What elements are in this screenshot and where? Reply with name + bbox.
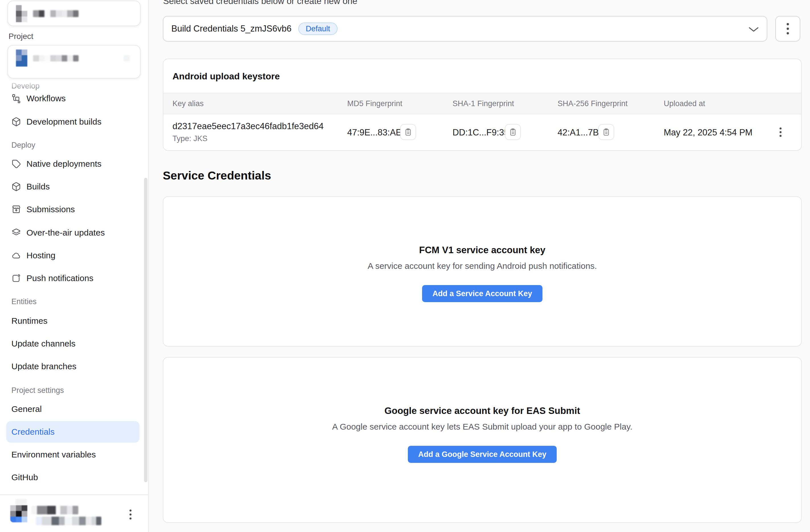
sidebar-item-label: Environment variables <box>11 443 96 466</box>
sidebar-item-label: Development builds <box>27 111 101 133</box>
redacted-project-name <box>33 55 79 62</box>
sidebar-scrollbar-thumb[interactable] <box>144 178 147 482</box>
redacted-account-name <box>33 10 79 17</box>
sidebar-item-label: Workflows <box>27 87 66 110</box>
sidebar-item-development-builds[interactable]: Development builds <box>0 111 149 133</box>
key-type-value: Type: JKS <box>173 134 208 143</box>
md5-value: 47:9E...83:AE <box>347 128 402 138</box>
fcm-service-account-card: FCM V1 service account key A service acc… <box>163 196 802 347</box>
sidebar-item-update-channels[interactable]: Update channels <box>0 332 149 355</box>
copy-sha256-button[interactable] <box>598 124 614 140</box>
account-selector[interactable] <box>7 1 141 26</box>
redacted-project-action <box>124 55 130 62</box>
redacted-user-name <box>31 506 78 514</box>
sidebar-item-update-branches[interactable]: Update branches <box>0 355 149 378</box>
main-content: Select saved credentials below or create… <box>149 0 810 532</box>
google-service-account-card: Google service account key for EAS Submi… <box>163 357 802 523</box>
sidebar-item-credentials[interactable]: Credentials <box>0 420 149 443</box>
sidebar-item-label: General <box>11 398 42 420</box>
keystore-table-row: d2317eae5eec17a3ec46fadb1fe3ed64 Type: J… <box>163 114 801 151</box>
credential-select-value: Build Credentials 5_zmJS6vb6 <box>171 23 291 34</box>
sidebar-user-footer <box>0 495 148 532</box>
column-uploaded-at: Uploaded at <box>664 93 705 114</box>
kebab-icon <box>787 23 789 34</box>
sidebar-item-push-notifications[interactable]: Push notifications <box>0 267 149 289</box>
fcm-card-title: FCM V1 service account key <box>163 245 801 255</box>
copy-sha1-button[interactable] <box>505 124 521 140</box>
sidebar-item-label: GitHub <box>11 466 38 489</box>
cloud-icon <box>11 251 21 260</box>
workflow-icon <box>11 94 21 103</box>
tag-icon <box>11 159 21 169</box>
sidebar-item-hosting[interactable]: Hosting <box>0 244 149 267</box>
layers-icon <box>11 228 21 237</box>
add-service-account-key-button[interactable]: Add a Service Account Key <box>422 285 542 302</box>
sidebar-item-label: Builds <box>27 175 50 198</box>
intro-text: Select saved credentials below or create… <box>163 0 357 6</box>
project-label: Project <box>9 32 33 41</box>
sidebar-item-label: Update branches <box>11 355 77 378</box>
sidebar-item-label: Push notifications <box>27 267 93 289</box>
copy-md5-button[interactable] <box>400 124 416 140</box>
sidebar-item-workflows[interactable]: Workflows <box>0 87 149 110</box>
keystore-row-kebab-button[interactable] <box>775 124 786 140</box>
sidebar-item-label: Native deployments <box>27 152 101 175</box>
redacted-user-email <box>36 517 101 525</box>
sidebar-item-builds[interactable]: Builds <box>0 175 149 198</box>
column-sha256: SHA-256 Fingerprint <box>557 93 628 114</box>
cube-icon <box>11 117 21 127</box>
sidebar-item-general[interactable]: General <box>0 398 149 420</box>
credentials-page: Develop Workflows Development builds Dep… <box>0 0 810 532</box>
add-google-service-account-key-button[interactable]: Add a Google Service Account Key <box>408 446 557 463</box>
cube-icon <box>11 182 21 192</box>
credential-select[interactable]: Build Credentials 5_zmJS6vb6 Default <box>163 16 767 41</box>
sidebar-item-native-deployments[interactable]: Native deployments <box>0 152 149 175</box>
project-selector[interactable] <box>7 45 141 79</box>
uploaded-at-value: May 22, 2025 4:54 PM <box>664 128 752 138</box>
fcm-card-description: A service account key for sending Androi… <box>163 261 801 271</box>
google-card-title: Google service account key for EAS Submi… <box>163 405 801 416</box>
column-sha1: SHA-1 Fingerprint <box>453 93 514 114</box>
sidebar-item-label: Credentials <box>11 420 55 443</box>
chevron-down-icon <box>748 27 759 32</box>
sidebar-item-label: Over-the-air updates <box>27 221 105 244</box>
redacted-user-avatar <box>10 505 27 522</box>
sidebar-item-label: Hosting <box>27 244 55 267</box>
sha1-value: DD:1C...F9:35 <box>453 128 509 138</box>
google-card-description: A Google service account key lets EAS Su… <box>163 422 801 432</box>
app-window-dot-icon <box>11 273 21 283</box>
sidebar-header: Project <box>0 0 148 80</box>
sidebar-item-environment-variables[interactable]: Environment variables <box>0 443 149 466</box>
user-menu-kebab-button[interactable] <box>125 506 135 522</box>
service-credentials-heading: Service Credentials <box>163 169 271 182</box>
column-md5: MD5 Fingerprint <box>347 93 402 114</box>
column-key-alias: Key alias <box>173 93 204 114</box>
sidebar-item-runtimes[interactable]: Runtimes <box>0 310 149 332</box>
sidebar-item-label: Update channels <box>11 332 76 355</box>
keystore-card-title: Android upload keystore <box>173 71 280 82</box>
redacted-account-avatar <box>16 5 27 22</box>
redacted-project-avatar <box>16 50 27 67</box>
credential-options-kebab-button[interactable] <box>775 16 800 41</box>
sidebar: Develop Workflows Development builds Dep… <box>0 0 149 532</box>
sidebar-item-ota-updates[interactable]: Over-the-air updates <box>0 221 149 244</box>
redacted-user-detail <box>15 499 27 505</box>
android-keystore-card: Android upload keystore Key alias MD5 Fi… <box>163 59 802 151</box>
key-alias-value: d2317eae5eec17a3ec46fadb1fe3ed64 <box>173 121 324 131</box>
sidebar-item-submissions[interactable]: Submissions <box>0 198 149 221</box>
storefront-upload-icon <box>11 204 21 214</box>
sidebar-item-label: Runtimes <box>11 310 48 332</box>
default-badge: Default <box>298 22 338 35</box>
sidebar-item-github[interactable]: GitHub <box>0 466 149 489</box>
keystore-table-header: Key alias MD5 Fingerprint SHA-1 Fingerpr… <box>163 93 801 114</box>
sidebar-item-label: Submissions <box>27 198 75 221</box>
